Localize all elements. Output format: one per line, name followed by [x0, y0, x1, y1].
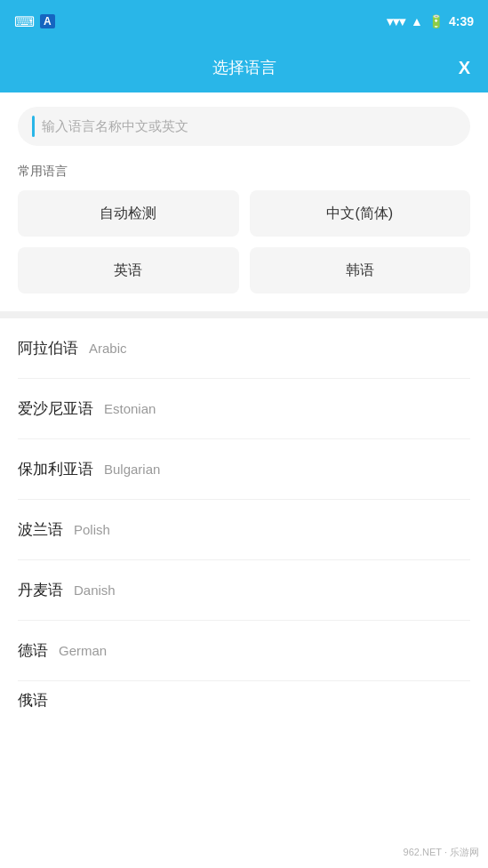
close-button[interactable]: X	[459, 58, 470, 78]
translate-icon: A	[40, 14, 55, 28]
language-list: 阿拉伯语 Arabic 爱沙尼亚语 Estonian 保加利亚语 Bulgari…	[0, 318, 488, 717]
common-languages-grid: 自动检测 中文(简体) 英语 韩语	[0, 190, 488, 311]
lang-en-arabic: Arabic	[89, 341, 127, 356]
page-title: 选择语言	[212, 57, 276, 78]
lang-cn-german: 德语	[18, 640, 48, 661]
section-divider	[0, 311, 488, 318]
time-display: 4:39	[449, 14, 474, 28]
search-container: 输入语言名称中文或英文	[0, 92, 488, 157]
status-bar-right: ▾▾▾ ▲ 🔋 4:39	[387, 14, 474, 28]
lang-en-polish: Polish	[74, 522, 110, 537]
battery-icon: 🔋	[428, 14, 444, 28]
lang-cn-estonian: 爱沙尼亚语	[18, 398, 93, 419]
status-bar-left: ⌨ A	[14, 13, 55, 30]
lang-item-danish[interactable]: 丹麦语 Danish	[18, 560, 470, 621]
lang-item-polish[interactable]: 波兰语 Polish	[18, 500, 470, 560]
lang-en-estonian: Estonian	[104, 401, 156, 416]
keyboard-icon: ⌨	[14, 13, 35, 30]
common-lang-korean[interactable]: 韩语	[250, 247, 471, 293]
lang-cn-russian: 俄语	[18, 690, 48, 711]
lang-en-german: German	[59, 643, 107, 658]
common-lang-english[interactable]: 英语	[18, 247, 239, 293]
common-lang-auto[interactable]: 自动检测	[18, 190, 239, 237]
lang-en-bulgarian: Bulgarian	[104, 462, 160, 477]
common-languages-label: 常用语言	[0, 157, 488, 190]
lang-item-estonian[interactable]: 爱沙尼亚语 Estonian	[18, 379, 470, 439]
common-lang-chinese[interactable]: 中文(简体)	[250, 190, 471, 237]
lang-item-german[interactable]: 德语 German	[18, 621, 470, 681]
search-cursor	[32, 116, 35, 137]
search-box[interactable]: 输入语言名称中文或英文	[18, 107, 470, 146]
lang-en-danish: Danish	[74, 583, 116, 598]
main-content: 输入语言名称中文或英文 常用语言 自动检测 中文(简体) 英语 韩语 阿拉伯语 …	[0, 92, 488, 868]
lang-cn-danish: 丹麦语	[18, 580, 63, 600]
wifi-icon: ▾▾▾	[387, 14, 405, 28]
lang-cn-polish: 波兰语	[18, 519, 63, 540]
signal-strength-icon: ▲	[411, 14, 423, 28]
lang-cn-bulgarian: 保加利亚语	[18, 459, 93, 479]
watermark: 962.NET · 乐游网	[404, 846, 479, 859]
lang-item-russian-partial[interactable]: 俄语	[18, 681, 470, 717]
lang-cn-arabic: 阿拉伯语	[18, 338, 78, 358]
search-placeholder: 输入语言名称中文或英文	[42, 118, 188, 135]
status-bar: ⌨ A ▾▾▾ ▲ 🔋 4:39	[0, 0, 488, 43]
header: 选择语言 X	[0, 43, 488, 92]
lang-item-arabic[interactable]: 阿拉伯语 Arabic	[18, 318, 470, 379]
lang-item-bulgarian[interactable]: 保加利亚语 Bulgarian	[18, 439, 470, 500]
